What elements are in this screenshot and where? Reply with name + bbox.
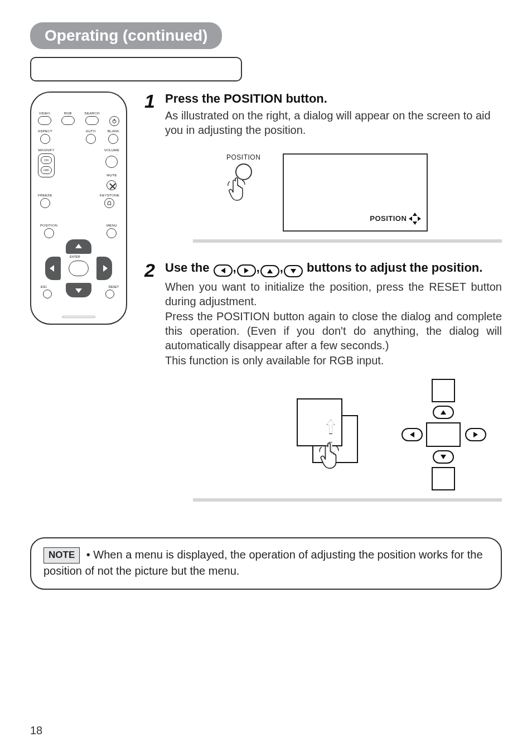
- right-button-icon: [237, 264, 256, 277]
- divider: [193, 239, 502, 243]
- remote-mute-button[interactable]: [107, 180, 117, 190]
- remote-volume-label: VOLUME: [104, 148, 119, 152]
- arrow-right-icon: [103, 265, 108, 272]
- remote-freeze-button[interactable]: [40, 198, 50, 208]
- up-button-icon: [260, 265, 279, 277]
- remote-aspect-button[interactable]: [40, 134, 50, 144]
- remote-aspect-label: ASPECT: [38, 129, 52, 133]
- step2-text2: Press the POSITION button again to close…: [165, 309, 502, 353]
- arrow-left-icon: [50, 265, 54, 272]
- step1-number: 1: [138, 92, 155, 255]
- remote-esc-button[interactable]: [43, 290, 52, 298]
- page-number: 18: [30, 724, 42, 737]
- remote-auto-button[interactable]: [86, 134, 96, 144]
- arrow-up-icon: [75, 244, 82, 248]
- note-box: NOTE • When a menu is displayed, the ope…: [30, 537, 502, 590]
- down-button-icon: [284, 265, 303, 277]
- note-label: NOTE: [43, 547, 80, 564]
- remote-magnify-off-button[interactable]: OFF: [41, 166, 52, 174]
- step2-title-pre: Use the: [165, 261, 213, 275]
- step2-text1: When you want to initialize the position…: [165, 280, 502, 309]
- remote-enter-label: ENTER: [70, 255, 80, 258]
- remote-search-label: SEARCH: [84, 112, 99, 115]
- remote-menu-label: MENU: [107, 224, 117, 227]
- screen-shift-figure: [292, 393, 365, 476]
- remote-keystone-label: KEYSTONE: [100, 194, 119, 197]
- remote-reset-button[interactable]: [105, 290, 114, 298]
- remote-menu-button[interactable]: [107, 228, 117, 238]
- remote-rgb-label: RGB: [64, 112, 72, 115]
- remote-position-label: POSITION: [40, 224, 57, 227]
- right-oval-icon: [465, 428, 486, 441]
- step2-text3: This function is only available for RGB …: [165, 353, 502, 368]
- remote-reset-label: RESET: [109, 285, 119, 288]
- left-button-icon: [214, 264, 233, 277]
- power-icon: [112, 118, 117, 124]
- remote-magnify-on-button[interactable]: ON: [41, 156, 52, 164]
- remote-standby-button[interactable]: [109, 116, 119, 126]
- remote-magnify-label: MAGNIFY: [38, 148, 55, 152]
- up-oval-icon: [433, 406, 454, 419]
- remote-video-button[interactable]: [38, 116, 51, 125]
- hand-press-icon: [318, 441, 349, 472]
- step2-title-post: buttons to adjust the position.: [307, 261, 482, 275]
- step2-number: 2: [138, 261, 155, 514]
- step2-title: Use the ,,, buttons to adjust the positi…: [165, 261, 502, 277]
- press-position-figure: POSITION: [226, 153, 260, 204]
- hand-press-icon: [226, 176, 254, 204]
- osd-position-label: POSITION: [370, 214, 407, 223]
- remote-blank-label: BLANK: [108, 129, 119, 133]
- step1-title: Press the POSITION button.: [165, 92, 502, 106]
- remote-magnify-group: ON OFF: [38, 153, 55, 177]
- press-position-label: POSITION: [226, 153, 260, 161]
- remote-ir-window: [62, 316, 95, 318]
- keystone-icon: [107, 201, 112, 205]
- subsection-placeholder: [30, 57, 242, 81]
- remote-auto-label: AUTO: [86, 129, 96, 133]
- section-title: Operating (continued): [30, 22, 222, 49]
- remote-control: VIDEO RGB SEARCH ASPECT X AUTO BLANK: [30, 92, 127, 325]
- arrow-down-icon: [75, 288, 82, 293]
- remote-search-button[interactable]: [85, 116, 99, 125]
- remote-rgb-button[interactable]: [61, 116, 75, 125]
- left-oval-icon: [402, 428, 423, 441]
- remote-mute-label: MUTE: [107, 174, 117, 177]
- remote-volume-button[interactable]: [105, 156, 118, 168]
- remote-keystone-button[interactable]: [104, 198, 114, 208]
- remote-blank-button[interactable]: [108, 134, 118, 144]
- note-text: • When a menu is displayed, the operatio…: [43, 548, 483, 577]
- osd-dialog: POSITION: [283, 153, 428, 232]
- remote-standby-label: [114, 112, 115, 115]
- remote-enter-button[interactable]: [69, 261, 89, 276]
- step1-text: As illustrated on the right, a dialog wi…: [165, 108, 502, 138]
- remote-esc-label: ESC: [41, 285, 47, 288]
- down-oval-icon: [433, 450, 454, 464]
- remote-video-label: VIDEO: [39, 112, 50, 115]
- remote-dpad: ENTER ESC RESET: [45, 240, 112, 296]
- remote-freeze-label: FREEZE: [38, 194, 52, 197]
- four-arrow-icon: [409, 213, 421, 225]
- direction-pad-figure: [390, 379, 496, 490]
- remote-position-button[interactable]: [44, 228, 54, 238]
- divider: [193, 498, 502, 502]
